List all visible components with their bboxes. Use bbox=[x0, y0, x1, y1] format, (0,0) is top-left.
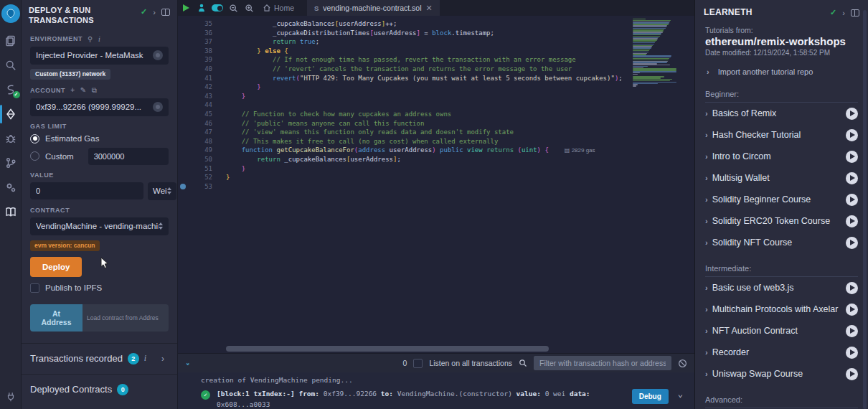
code-line[interactable]: 45 // Function to check how many cupcake… bbox=[178, 110, 694, 119]
code-line[interactable]: 37 return true; bbox=[178, 37, 694, 47]
transactions-recorded-row[interactable]: Transactions recorded 2 i › bbox=[22, 343, 177, 374]
tutorial-play-button[interactable] bbox=[846, 172, 858, 184]
tutorial-play-button[interactable] bbox=[846, 282, 858, 294]
code-line[interactable]: 41 revert("HTTP 429: Too Many Cupcakes (… bbox=[178, 74, 694, 83]
plug-icon[interactable]: ⚲ bbox=[88, 35, 93, 43]
tutorial-item[interactable]: ›Multisig Wallet bbox=[695, 167, 868, 189]
debugger-icon[interactable] bbox=[0, 126, 22, 151]
file-tab[interactable]: S vending-machine-contract.sol ✕ bbox=[307, 0, 440, 16]
tutorial-item[interactable]: ›Basics of Remix bbox=[695, 103, 868, 124]
tutorial-chevron-icon[interactable]: › bbox=[705, 109, 708, 118]
add-account-icon[interactable]: + bbox=[70, 86, 75, 94]
publish-ipfs-checkbox[interactable] bbox=[30, 283, 39, 293]
listen-all-checkbox[interactable] bbox=[413, 359, 423, 368]
custom-gas-input[interactable] bbox=[88, 148, 169, 165]
transactions-expand-icon[interactable]: › bbox=[161, 354, 169, 364]
plugin-connect-icon[interactable] bbox=[0, 385, 22, 409]
home-tab[interactable]: Home bbox=[263, 4, 294, 12]
tutorial-play-button[interactable] bbox=[846, 108, 858, 120]
code-line[interactable]: 42 } bbox=[178, 83, 694, 92]
tutorial-chevron-icon[interactable]: › bbox=[705, 370, 708, 378]
learneth-expand-icon[interactable]: › bbox=[842, 9, 845, 17]
tutorial-play-button[interactable] bbox=[846, 304, 858, 316]
breakpoint-dot[interactable] bbox=[180, 184, 186, 189]
value-unit-select[interactable]: Wei bbox=[148, 182, 176, 200]
tutorial-play-button[interactable] bbox=[846, 325, 858, 337]
code-line[interactable]: 49 function getCupcakeBalanceFor(address… bbox=[178, 146, 694, 155]
tutorial-play-button[interactable] bbox=[846, 347, 858, 359]
file-explorer-icon[interactable] bbox=[0, 29, 22, 53]
clear-terminal-icon[interactable] bbox=[678, 359, 687, 368]
estimated-gas-radio[interactable] bbox=[30, 134, 39, 144]
code-line[interactable]: 46 // 'public' means anyone can call thi… bbox=[178, 119, 694, 128]
tutorial-item[interactable]: ›Multichain Protocols with Axelar bbox=[695, 298, 868, 320]
ai-assistant-icon[interactable] bbox=[194, 1, 209, 14]
plugin-settings-icon[interactable] bbox=[0, 175, 22, 199]
tutorial-chevron-icon[interactable]: › bbox=[705, 131, 708, 139]
code-line[interactable]: 43 } bbox=[178, 92, 694, 101]
tutorial-chevron-icon[interactable]: › bbox=[705, 195, 708, 204]
code-line[interactable]: 51 } bbox=[178, 164, 694, 174]
panel-pin-icon[interactable] bbox=[161, 9, 170, 16]
code-line[interactable]: 39 // If not enough time has passed, rev… bbox=[178, 55, 694, 65]
zoom-out-icon[interactable] bbox=[226, 1, 240, 14]
code-line[interactable]: 38 } else { bbox=[178, 47, 694, 56]
editor-minimap[interactable] bbox=[633, 19, 680, 88]
tutorial-item[interactable]: ›Solidity NFT Course bbox=[695, 232, 868, 253]
deploy-button[interactable]: Deploy bbox=[30, 257, 82, 277]
account-select[interactable]: 0xf39...92266 (9999.99929... bbox=[30, 98, 169, 116]
custom-gas-radio[interactable] bbox=[30, 151, 39, 161]
at-address-input[interactable] bbox=[82, 304, 169, 332]
tutorial-play-button[interactable] bbox=[846, 215, 858, 227]
tutorial-play-button[interactable] bbox=[846, 237, 858, 249]
tutorial-chevron-icon[interactable]: › bbox=[705, 305, 708, 314]
tutorial-item[interactable]: ›Intro to Circom bbox=[695, 146, 868, 167]
tutorial-chevron-icon[interactable]: › bbox=[705, 217, 708, 225]
tutorial-chevron-icon[interactable]: › bbox=[705, 152, 708, 161]
tutorial-item[interactable]: ›Solidity ERC20 Token Course bbox=[695, 210, 868, 232]
terminal-collapse-icon[interactable]: ⌄⌄ bbox=[185, 362, 191, 365]
run-script-icon[interactable] bbox=[179, 1, 193, 14]
tutorial-play-button[interactable] bbox=[846, 129, 858, 141]
tutorial-chevron-icon[interactable]: › bbox=[705, 348, 708, 357]
editor-toggle-icon[interactable] bbox=[210, 1, 225, 14]
copy-account-icon[interactable]: ⧉ bbox=[92, 86, 98, 95]
code-line[interactable]: 53 bbox=[178, 182, 694, 192]
tutorial-play-button[interactable] bbox=[846, 368, 858, 380]
learneth-scrollbar[interactable] bbox=[863, 10, 867, 409]
environment-settings-icon[interactable] bbox=[153, 50, 163, 60]
deploy-and-run-icon[interactable] bbox=[0, 102, 22, 126]
zoom-in-icon[interactable] bbox=[242, 1, 256, 14]
tutorial-item[interactable]: ›Uniswap Swap Course bbox=[695, 363, 868, 385]
debug-button[interactable]: Debug bbox=[632, 389, 669, 404]
contract-select[interactable]: VendingMachine - vending-machin bbox=[30, 217, 169, 235]
code-line[interactable]: 35 _cupcakeBalances[userAddress]++; bbox=[178, 19, 694, 29]
environment-info-icon[interactable]: i bbox=[98, 35, 100, 43]
solidity-compiler-icon[interactable]: ✓ bbox=[0, 77, 22, 102]
learneth-pin-icon[interactable] bbox=[851, 9, 859, 17]
value-input[interactable] bbox=[30, 182, 143, 199]
deployed-contracts-row[interactable]: Deployed Contracts 0 bbox=[22, 374, 177, 405]
search-icon[interactable] bbox=[0, 53, 22, 77]
code-line[interactable]: 36 _cupcakeDistributionTimes[userAddress… bbox=[178, 29, 694, 38]
panel-expand-icon[interactable]: › bbox=[153, 8, 156, 17]
git-icon[interactable] bbox=[0, 151, 22, 175]
learneth-book-icon[interactable] bbox=[0, 199, 22, 224]
environment-select[interactable]: Injected Provider - MetaMask bbox=[30, 47, 169, 65]
tx-expand-icon[interactable]: ⌄ bbox=[678, 389, 683, 399]
code-line[interactable]: 47 // 'view' means this function only re… bbox=[178, 128, 694, 137]
tutorial-item[interactable]: ›Recorder bbox=[695, 342, 868, 363]
unit-stepper-icon[interactable] bbox=[167, 187, 171, 194]
code-line[interactable]: 40 // 'revert' cancels the transaction a… bbox=[178, 65, 694, 74]
terminal-filter-input[interactable] bbox=[534, 356, 671, 370]
tutorial-play-button[interactable] bbox=[846, 151, 858, 163]
close-tab-icon[interactable]: ✕ bbox=[426, 4, 433, 13]
tutorial-item[interactable]: ›Hash Checker Tutorial bbox=[695, 124, 868, 146]
terminal-search-icon[interactable] bbox=[519, 359, 527, 367]
import-repo-row[interactable]: › Import another tutorial repo bbox=[695, 57, 868, 79]
code-editor[interactable]: 35 _cupcakeBalances[userAddress]++;36 _c… bbox=[178, 16, 694, 353]
tutorial-chevron-icon[interactable]: › bbox=[705, 238, 708, 247]
tutorial-chevron-icon[interactable]: › bbox=[705, 174, 708, 182]
at-address-button[interactable]: At Address bbox=[30, 304, 82, 332]
tutorial-item[interactable]: ›NFT Auction Contract bbox=[695, 320, 868, 342]
